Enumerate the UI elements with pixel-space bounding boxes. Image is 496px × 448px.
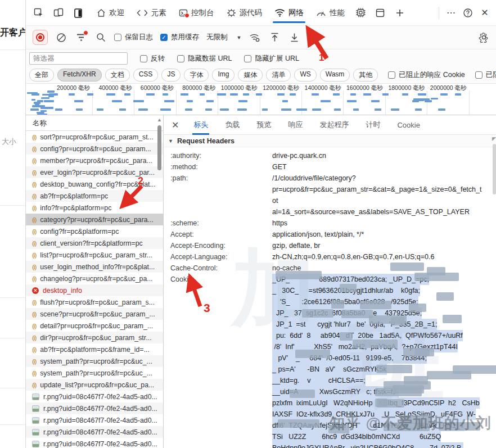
- filter-chip--[interactable]: 媒体: [238, 69, 263, 82]
- scrollbar-thumb[interactable]: [157, 125, 161, 170]
- checkbox-unchecked[interactable]: [114, 34, 121, 41]
- request-row[interactable]: r.png?uid=08c467f7-0fe2-4ad5-ad0...: [26, 402, 163, 414]
- devtools-tab-network[interactable]: 网络: [268, 0, 310, 25]
- detail-tab-标头[interactable]: 标头: [193, 115, 208, 135]
- clear-log-icon[interactable]: [55, 31, 67, 44]
- request-row[interactable]: (i)detail?pr=ucpro&fr=pc&uc_param_...: [26, 320, 163, 332]
- detail-tab-预览[interactable]: 预览: [256, 115, 271, 135]
- detail-tab-响应[interactable]: 响应: [288, 115, 303, 135]
- checkbox-checked[interactable]: ✓: [160, 34, 168, 41]
- filter-chip-ws[interactable]: WS: [294, 69, 316, 82]
- request-row[interactable]: ✕desktop_info: [26, 284, 163, 296]
- export-har-icon[interactable]: [288, 31, 300, 44]
- request-row[interactable]: (i)list?pr=ucpro&fr=pc&uc_param_str...: [26, 249, 163, 261]
- checkbox-unchecked[interactable]: [177, 55, 184, 62]
- application-icon[interactable]: [373, 6, 387, 20]
- request-list-scrollbar[interactable]: ▲: [156, 115, 163, 448]
- close-devtools-icon[interactable]: ✕: [476, 4, 493, 21]
- request-row[interactable]: (i)user_login_method_info?fr=pc&plat...: [26, 261, 163, 273]
- more-options-icon[interactable]: ⋯: [443, 4, 459, 21]
- request-row[interactable]: r.png?uid=08c467f7-0fe2-4ad5-ad0...: [26, 391, 163, 402]
- request-row[interactable]: (i)config?fr=pc&platform=pc: [26, 225, 163, 237]
- filter-chip-wasm[interactable]: Wasm: [320, 69, 350, 82]
- memory-icon[interactable]: [353, 6, 368, 20]
- request-row[interactable]: (i)config?pr=ucpro&fr=pc&uc_param...: [26, 143, 163, 155]
- dock-side-icon[interactable]: [71, 6, 85, 20]
- request-row[interactable]: (i)dir?pr=ucpro&fr=pc&uc_param_str...: [26, 332, 163, 343]
- network-conditions-icon[interactable]: [249, 31, 261, 44]
- request-row[interactable]: (i)ab?fr=pc&platform=pc&frame_id=...: [26, 343, 163, 355]
- request-row[interactable]: (i)client_version?fr=pc&platform=pc: [26, 237, 163, 249]
- import-har-icon[interactable]: [268, 31, 281, 44]
- filter-chip--[interactable]: 清单: [266, 69, 291, 82]
- filter-chip--[interactable]: 其他: [353, 69, 378, 82]
- header-value[interactable]: GET: [272, 161, 483, 173]
- request-row[interactable]: r.png?uid=08c467f7-0fe2-4ad5-ad0...: [26, 414, 163, 426]
- header-value[interactable]: https: [272, 218, 483, 229]
- hide-extension-urls-checkbox[interactable]: 隐藏扩展 URL: [244, 54, 299, 64]
- filter-chip-img[interactable]: Img: [212, 69, 235, 82]
- scrollbar-thumb[interactable]: [493, 144, 496, 194]
- request-row[interactable]: (i)system_path?pr=ucpro&fr=pc&uc_...: [26, 355, 163, 367]
- request-row[interactable]: r.png?uid=08c467f7-0fe2-4ad5-ad0...: [26, 438, 163, 448]
- request-row[interactable]: (i)system_path?pr=ucpro&fr=pc&uc_...: [26, 367, 163, 379]
- request-row[interactable]: (i)update_list?pr=ucpro&fr=pc&uc_pa...: [26, 379, 163, 391]
- filter-chip-js[interactable]: JS: [161, 69, 181, 82]
- filter-chip--[interactable]: 文档: [105, 69, 130, 82]
- collapse-triangle-icon[interactable]: ▼: [168, 138, 173, 144]
- request-row[interactable]: (i)ab?fr=pc&platform=pc: [26, 190, 163, 202]
- request-row[interactable]: (i)category?pr=ucpro&fr=pc&uc_para...: [26, 214, 163, 225]
- request-row[interactable]: (i)sort?pr=ucpro&fr=pc&uc_param_st...: [26, 131, 163, 143]
- network-overview-timeline[interactable]: 200000 毫秒400000 毫秒600000 毫秒800000 毫秒1000…: [26, 84, 496, 115]
- request-row[interactable]: (i)scene?pr=ucpro&fr=pc&uc_param_...: [26, 308, 163, 320]
- devtools-tab-1[interactable]: 元素: [130, 0, 173, 25]
- devtools-tab-5[interactable]: 性能: [310, 0, 351, 25]
- request-row[interactable]: (i)info?fr=pc&platform=pc: [26, 202, 163, 214]
- scroll-up-icon[interactable]: ▲: [157, 117, 162, 123]
- device-toolbar-icon[interactable]: [51, 6, 66, 20]
- checkbox-unchecked[interactable]: [475, 71, 483, 79]
- search-icon[interactable]: [94, 31, 107, 44]
- settings-gear-icon[interactable]: [477, 31, 490, 44]
- header-value[interactable]: drive-pc.quark.cn: [272, 150, 483, 161]
- more-tabs-icon[interactable]: [393, 6, 407, 20]
- header-value[interactable]: /1/clouddrive/file/category?pr=ucpro&fr=…: [272, 173, 483, 218]
- checkbox-unchecked[interactable]: [244, 55, 251, 62]
- request-row[interactable]: (i)member?pr=ucpro&fr=pc&uc_para...: [26, 155, 163, 166]
- request-row[interactable]: r.png?uid=08c467f7-0fe2-4ad5-ad0...: [26, 426, 163, 438]
- filter-chip-fetch-xhr[interactable]: Fetch/XHR: [57, 69, 102, 82]
- header-value[interactable]: gzip, deflate, br: [272, 240, 483, 251]
- detail-tab-cookie[interactable]: Cookie: [397, 115, 420, 135]
- request-row[interactable]: (i)changelog?pr=ucpro&fr=pc&uc_pa...: [26, 273, 163, 284]
- invert-checkbox[interactable]: 反转: [140, 54, 165, 64]
- detail-tab-负载[interactable]: 负载: [225, 115, 240, 135]
- devtools-tab-0[interactable]: 欢迎: [91, 0, 130, 25]
- filter-chip-css[interactable]: CSS: [133, 69, 159, 82]
- filter-checkbox[interactable]: 已阻止请求: [475, 70, 496, 80]
- scroll-up-icon[interactable]: ◤: [492, 136, 496, 142]
- filter-input[interactable]: [29, 52, 128, 65]
- detail-tab-发起程序[interactable]: 发起程序: [319, 115, 349, 135]
- preserve-log-checkbox[interactable]: 保留日志: [114, 33, 153, 42]
- help-icon[interactable]: [459, 4, 476, 21]
- filter-checkbox[interactable]: 已阻止的响应 Cookie: [388, 70, 465, 80]
- devtools-tab-2[interactable]: 控制台: [173, 0, 220, 25]
- hide-data-urls-checkbox[interactable]: 隐藏数据 URL: [177, 54, 232, 64]
- request-row[interactable]: (i)flush?pr=ucpro&fr=pc&uc_param_s...: [26, 296, 163, 308]
- throttling-select[interactable]: 无限制 ▼: [206, 33, 241, 42]
- request-row[interactable]: (i)ever_login?pr=ucpro&fr=pc&uc_par...: [26, 166, 163, 178]
- disable-cache-checkbox[interactable]: ✓ 禁用缓存: [160, 33, 199, 42]
- close-detail-icon[interactable]: ✕: [172, 120, 179, 130]
- filter-chip--[interactable]: 全部: [29, 69, 54, 82]
- filter-icon[interactable]: [75, 31, 87, 44]
- devtools-tab-3[interactable]: 源代码: [220, 0, 269, 25]
- request-headers-section[interactable]: ▼ Request Headers: [164, 135, 496, 147]
- checkbox-unchecked[interactable]: [140, 55, 147, 62]
- inspect-element-icon[interactable]: [31, 6, 46, 20]
- filter-chip--[interactable]: 字体: [184, 69, 209, 82]
- record-button[interactable]: [33, 30, 48, 45]
- request-row[interactable]: (i)desktop_buwang_config?fr=pc&plat...: [26, 178, 163, 190]
- header-value[interactable]: application/json, text/plain, */*: [272, 229, 483, 240]
- detail-tab-计时[interactable]: 计时: [366, 115, 380, 135]
- header-value[interactable]: zh-CN,zh;q=0.9,en;q=0.8,en-GB;q=0.7,en-U…: [272, 251, 483, 263]
